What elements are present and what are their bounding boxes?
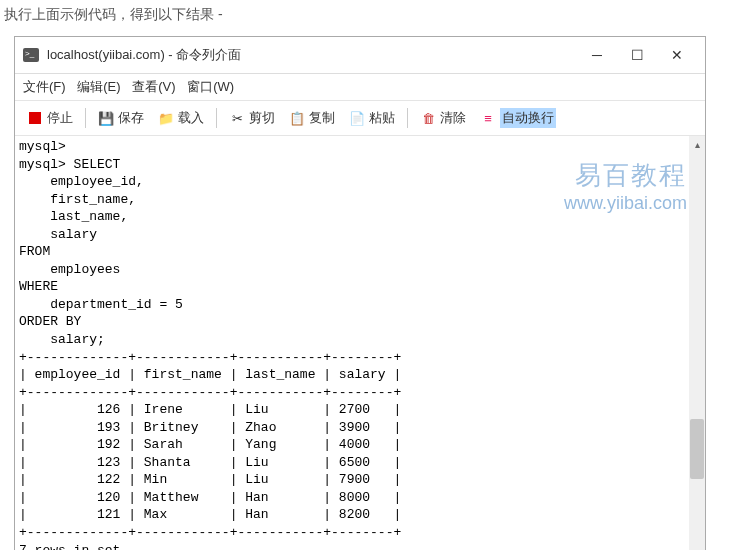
clear-label: 清除 [440,109,466,127]
load-label: 载入 [178,109,204,127]
paste-label: 粘贴 [369,109,395,127]
copy-icon: 📋 [289,110,305,126]
separator [85,108,86,128]
window-controls: ─ ☐ ✕ [577,43,697,67]
scroll-track[interactable] [689,152,705,545]
clear-button[interactable]: 🗑 清除 [414,106,472,130]
menu-bar: 文件(F) 编辑(E) 查看(V) 窗口(W) [15,74,705,101]
folder-icon: 📁 [158,110,174,126]
scroll-thumb[interactable] [690,419,704,479]
save-icon: 💾 [98,110,114,126]
maximize-button[interactable]: ☐ [617,43,657,67]
auto-label: 自动换行 [500,108,556,128]
scissors-icon: ✂ [229,110,245,126]
titlebar: localhost(yiibai.com) - 命令列介面 ─ ☐ ✕ [15,37,705,74]
trash-icon: 🗑 [420,110,436,126]
intro-text: 执行上面示例代码，得到以下结果 - [4,6,730,24]
content-wrap: 易百教程 www.yiibai.com mysql> mysql> SELECT… [15,136,705,550]
toolbar: 停止 💾 保存 📁 载入 ✂ 剪切 📋 复制 📄 粘贴 🗑 清除 [15,101,705,136]
stop-button[interactable]: 停止 [21,106,79,130]
save-button[interactable]: 💾 保存 [92,106,150,130]
app-icon [23,48,39,62]
window-title: localhost(yiibai.com) - 命令列介面 [47,46,577,64]
cut-button[interactable]: ✂ 剪切 [223,106,281,130]
paste-button[interactable]: 📄 粘贴 [343,106,401,130]
app-window: localhost(yiibai.com) - 命令列介面 ─ ☐ ✕ 文件(F… [14,36,706,550]
separator [407,108,408,128]
close-button[interactable]: ✕ [657,43,697,67]
load-button[interactable]: 📁 载入 [152,106,210,130]
menu-view[interactable]: 查看(V) [132,79,175,94]
wrap-icon: ≡ [480,110,496,126]
scrollbar[interactable]: ▴ ▾ [689,136,705,550]
stop-icon [27,110,43,126]
cut-label: 剪切 [249,109,275,127]
scroll-up-button[interactable]: ▴ [689,136,705,152]
paste-icon: 📄 [349,110,365,126]
autowrap-button[interactable]: ≡ 自动换行 [474,105,562,131]
scroll-down-button[interactable]: ▾ [689,545,705,550]
separator [216,108,217,128]
terminal-output[interactable]: mysql> mysql> SELECT employee_id, first_… [15,136,689,550]
minimize-button[interactable]: ─ [577,43,617,67]
menu-window[interactable]: 窗口(W) [187,79,234,94]
copy-label: 复制 [309,109,335,127]
stop-label: 停止 [47,109,73,127]
copy-button[interactable]: 📋 复制 [283,106,341,130]
save-label: 保存 [118,109,144,127]
menu-file[interactable]: 文件(F) [23,79,66,94]
menu-edit[interactable]: 编辑(E) [77,79,120,94]
